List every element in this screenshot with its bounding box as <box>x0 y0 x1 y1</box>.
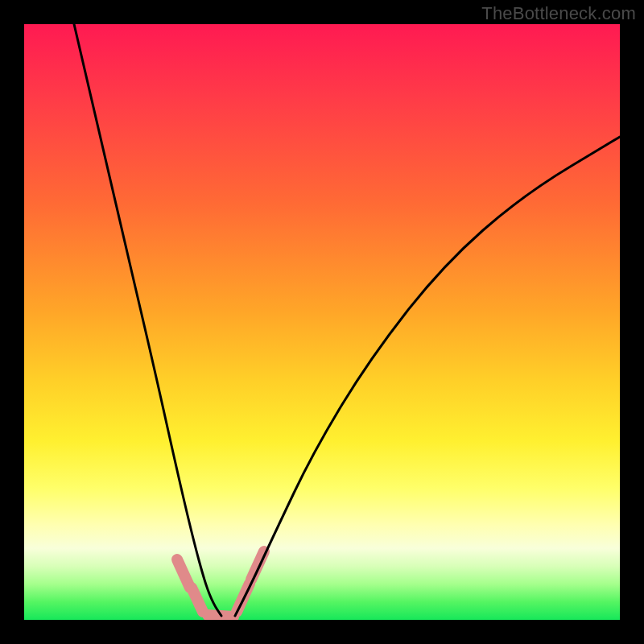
watermark-text: TheBottleneck.com <box>481 3 636 24</box>
chart-frame: TheBottleneck.com <box>0 0 644 644</box>
plot-area <box>24 24 620 620</box>
curve-right-branch <box>235 137 620 616</box>
curve-left-branch <box>74 24 221 616</box>
highlight-segment-1 <box>192 588 203 612</box>
chart-svg <box>24 24 620 620</box>
curve-group <box>74 24 620 616</box>
highlight-segment-4 <box>251 551 264 580</box>
